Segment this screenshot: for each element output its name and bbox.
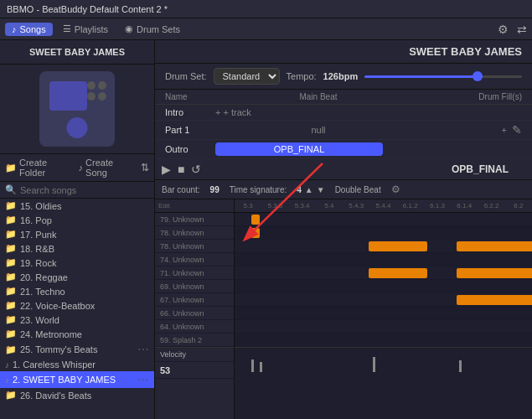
folder-icon: 📁 — [5, 286, 17, 297]
opb-badge: OPB_FINAL — [215, 142, 383, 156]
sidebar-item-rnb[interactable]: 📁 18. R&B — [0, 241, 154, 256]
add-track-button[interactable]: + + track — [215, 107, 421, 117]
drum-set-label: Drum Set: — [165, 71, 207, 81]
more-icon[interactable]: ⋯ — [137, 343, 149, 356]
roll-canvas[interactable]: 5.3 5.3.3 5.3.4 5.4 5.4.3 5.4.4 6.1.2 6.… — [235, 199, 532, 419]
main-layout: SWEET BABY JAMES 📁 Create Folder — [0, 40, 532, 419]
settings-icon[interactable]: ⚙ — [391, 184, 400, 195]
parts-table: Name Main Beat Drum Fill(s) Intro + + tr… — [155, 90, 532, 159]
tempo-slider-container — [364, 75, 522, 78]
sidebar-item-metronome[interactable]: 📁 24. Metronome — [0, 327, 154, 341]
velocity-bar-3 — [373, 357, 375, 372]
sidebar-item-tommys[interactable]: 📁 25. Tommy's Beats ⋯ — [0, 341, 154, 358]
ruler-labels: 5.3 5.3.3 5.3.4 5.4 5.4.3 5.4.4 6.1.2 6.… — [235, 202, 532, 210]
note-block — [251, 215, 260, 225]
parts-header: Name Main Beat Drum Fill(s) — [155, 90, 532, 105]
sync-icon[interactable]: ⇄ — [517, 23, 527, 36]
more-icon[interactable]: ⋯ — [137, 373, 149, 386]
part-name-outro: Outro — [165, 144, 215, 154]
note-row-6 — [235, 293, 532, 307]
folder-icon: 📁 — [5, 257, 17, 268]
tempo-slider[interactable] — [364, 75, 522, 78]
note-rows — [235, 213, 532, 347]
sidebar-item-punk[interactable]: 📁 17. Punk — [0, 227, 154, 241]
create-song-button[interactable]: ♪ Create Song — [79, 158, 134, 178]
sidebar-item-careless[interactable]: ♪ 1. Careless Whisper — [0, 358, 154, 371]
drum-set-select[interactable]: Standard Rock Jazz Brushes — [214, 68, 280, 85]
piano-key-velocity-val: 53 — [155, 362, 234, 379]
piano-key-ruler: Edit — [155, 199, 234, 213]
piano-key-71: 71. Unknown — [155, 266, 234, 280]
folder-icon: 📁 — [5, 390, 17, 401]
piano-key-79: 79. Unknown — [155, 213, 234, 226]
right-panel: SWEET BABY JAMES Drum Set: Standard Rock… — [155, 40, 532, 419]
note-row-3 — [235, 253, 532, 266]
music-note-icon: ♪ — [79, 163, 84, 173]
tab-songs[interactable]: ♪ Songs — [5, 23, 53, 36]
piano-key-78b: 78. Unknown — [155, 240, 234, 253]
note-row-8 — [235, 320, 532, 334]
folder-icon: 📁 — [5, 163, 17, 173]
device-image — [39, 71, 115, 147]
search-input[interactable] — [20, 185, 149, 195]
playlists-icon: ☰ — [63, 23, 71, 34]
edit-icon[interactable]: ✎ — [512, 123, 522, 137]
tab-playlists[interactable]: ☰ Playlists — [56, 22, 115, 36]
sidebar-header: SWEET BABY JAMES — [0, 40, 154, 65]
drumsets-icon: ◉ — [125, 23, 133, 34]
sidebar-item-pop[interactable]: 📁 16. Pop — [0, 213, 154, 227]
piano-key-69: 69. Unknown — [155, 280, 234, 293]
nav-right-icons: ⚙ ⇄ — [498, 23, 527, 36]
nav-tabs: ♪ Songs ☰ Playlists ◉ Drum Sets ⚙ ⇄ — [0, 18, 532, 40]
create-folder-button[interactable]: 📁 Create Folder — [5, 158, 72, 178]
device-buttons — [87, 81, 106, 101]
col-name: Name — [165, 92, 215, 101]
sidebar-item-voice[interactable]: 📁 22. Voice-Beatbox — [0, 298, 154, 313]
song-icon: ♪ — [5, 360, 9, 370]
device-btn-4 — [98, 92, 106, 101]
device-btn-2 — [98, 81, 106, 90]
folder-icon: 📁 — [5, 272, 17, 282]
part1-mainbeat: null — [215, 125, 421, 135]
settings-icon[interactable]: ⚙ — [498, 23, 509, 36]
loop-button[interactable]: ↺ — [191, 163, 201, 176]
song-title: SWEET BABY JAMES — [409, 45, 522, 58]
outro-mainbeat[interactable]: OPB_FINAL — [215, 142, 421, 156]
sidebar-item-davids[interactable]: 📁 26. David's Beats — [0, 388, 154, 402]
stop-button[interactable]: ■ — [178, 163, 184, 176]
title-bar: BBMO - BeatBuddy Default Content 2 * — [0, 0, 532, 18]
note-block — [457, 295, 532, 305]
timesig-up[interactable]: ▲ — [305, 185, 313, 194]
part-name-part1: Part 1 — [165, 125, 215, 135]
parts-row-intro: Intro + + track — [155, 105, 532, 121]
song-list: 📁 15. Oldies 📁 16. Pop 📁 17. Punk 📁 18. … — [0, 199, 154, 419]
sidebar-item-sweetbaby[interactable]: ♪ 2. SWEET BABY JAMES ⋯ — [0, 371, 154, 388]
sort-icon[interactable]: ⇅ — [141, 162, 149, 173]
timesig-down[interactable]: ▼ — [317, 185, 325, 194]
intro-mainbeat[interactable]: + + track — [215, 107, 421, 117]
plus-button[interactable]: + — [502, 125, 507, 135]
velocity-bar-2 — [260, 362, 262, 372]
barcount-label: Bar count: — [162, 185, 200, 194]
search-icon: 🔍 — [5, 184, 17, 195]
play-button[interactable]: ▶ — [162, 163, 171, 176]
device-btn-1 — [87, 81, 96, 90]
sidebar-item-world[interactable]: 📁 23. World — [0, 313, 154, 327]
tab-drumsets[interactable]: ◉ Drum Sets — [118, 22, 187, 36]
sidebar-item-reggae[interactable]: 📁 20. Reggae — [0, 270, 154, 284]
piano-key-74: 74. Unknown — [155, 253, 234, 266]
note-row-1 — [235, 226, 532, 240]
song-header: SWEET BABY JAMES — [155, 40, 532, 64]
sidebar-item-oldies[interactable]: 📁 15. Oldies — [0, 199, 154, 213]
piano-key-59: 59. Splash 2 — [155, 334, 234, 347]
parts-row-outro: Outro OPB_FINAL — [155, 140, 532, 159]
note-block — [457, 268, 532, 278]
sidebar-item-techno[interactable]: 📁 21. Techno — [0, 284, 154, 298]
folder-icon: 📁 — [5, 344, 17, 355]
device-screen — [49, 81, 87, 111]
plus-icon: + — [215, 107, 220, 117]
editor-area: ▶ ■ ↺ OPB_FINAL Bar count: 99 Time signa… — [155, 159, 532, 419]
timesig-controls: 4 ▲ ▼ — [297, 185, 324, 194]
piano-key-78a: 78. Unknown — [155, 226, 234, 240]
sidebar-item-rock[interactable]: 📁 19. Rock — [0, 256, 154, 270]
